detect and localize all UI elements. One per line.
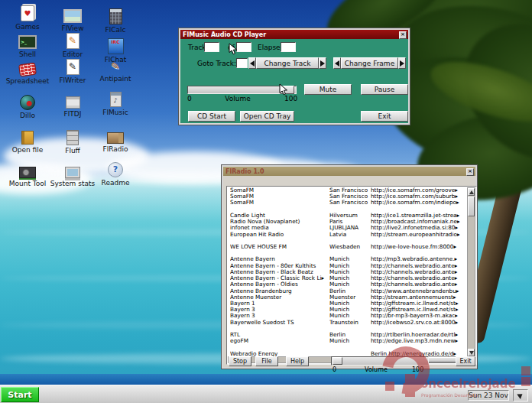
station-row[interactable]: Bayern 3Munichhttp://gffstream.ic.llnwd.… (228, 307, 468, 313)
desktop-icon-games[interactable]: ♥Games (4, 5, 51, 31)
station-row[interactable]: Bayern 1Munichhttp://gffstream.ic.llnwd.… (228, 301, 468, 307)
desktop-icon-antipaint[interactable]: ✏Antipaint (92, 58, 139, 83)
close-icon[interactable]: × (399, 31, 407, 39)
station-row[interactable]: Antenne BayernMunichhttp://mp3.webradio.… (228, 256, 468, 262)
radio-volume-min: 0 (332, 366, 336, 373)
arrow-left-icon (335, 60, 339, 67)
pause-button[interactable]: Pause (361, 84, 408, 95)
vertical-scrollbar[interactable] (467, 187, 475, 357)
desktop-icon-fltdj[interactable]: FlTDJ (49, 91, 96, 118)
station-list-rows: SomaFMSan Franciscohttp://ice.somafm.com… (228, 187, 468, 357)
cd-start-button[interactable]: CD Start (188, 111, 235, 122)
of-field[interactable] (236, 42, 251, 52)
station-row[interactable]: SomaFMSan Franciscohttp://ice.somafm.com… (228, 187, 468, 193)
desktop-icon-flwriter[interactable]: ✎FlWriter (49, 58, 96, 84)
station-name: infonet media (230, 225, 328, 231)
desktop-icon-editor[interactable]: ✎Editor (49, 32, 96, 58)
radio-volume-max: 100 (412, 366, 423, 373)
cd-exit-button[interactable]: Exit (361, 111, 408, 122)
taskbar-clock[interactable]: Sun 23 Nov (468, 390, 509, 401)
station-row[interactable] (228, 238, 468, 244)
stop-button[interactable]: Stop (229, 356, 251, 366)
desktop-icon-flmusic[interactable]: ♪FlMusic (92, 91, 139, 116)
desktop-icon-open-file[interactable]: Open file (4, 126, 51, 154)
station-city: San Francisco (329, 193, 369, 200)
station-url: http://channels.webradio.ante▸ (371, 269, 467, 275)
goto-track-field[interactable] (236, 58, 248, 68)
station-row[interactable] (228, 250, 468, 256)
station-row[interactable]: Antenne Bayern - Classic Rock Li▸Munichh… (228, 275, 468, 281)
desktop-icon-label: Games (4, 23, 51, 31)
station-row[interactable]: Antenne MuensterMuensterhttp://stream.an… (228, 294, 468, 301)
monitor-icon (65, 167, 80, 178)
station-city: Munich (329, 256, 369, 262)
elapsed-field[interactable] (281, 42, 296, 52)
scroll-up-button[interactable] (468, 188, 475, 196)
tray-pointer-icon[interactable] (513, 389, 528, 401)
station-row[interactable]: Antenne Bayern - 80er KulthitsMunichhttp… (228, 263, 468, 269)
desktop-icon-spreadsheet[interactable]: Spreadsheet (4, 58, 51, 85)
scroll-down-button[interactable] (468, 349, 475, 356)
radio-volume-slider-handle[interactable] (332, 357, 342, 365)
station-name: RTL (230, 332, 328, 338)
station-row[interactable]: SomaFMSan Franciscohttp://ice.somafm.com… (228, 200, 468, 206)
station-row[interactable] (228, 344, 468, 350)
mute-button[interactable]: Mute (304, 84, 352, 95)
station-row[interactable]: egoFMMunichhttp://edge.live.mp3.mdn.new▸ (228, 338, 468, 344)
change-frame-button[interactable]: Change Frame (341, 57, 398, 69)
station-row[interactable]: infonet mediaLJUBLJANAhttp://live2.infon… (228, 225, 468, 231)
station-city: Hilversum (329, 213, 369, 219)
radio-window: FlRadio 1.0 × SomaFMSan Franciscohttp://… (221, 164, 478, 369)
start-button[interactable]: Start (1, 387, 39, 402)
desktop-icon-system-stats[interactable]: System stats (49, 161, 96, 187)
station-row[interactable]: Bayerwelle Suedost TSTraunsteinhttp://ic… (228, 320, 468, 326)
vertical-scroll-thumb[interactable] (468, 197, 475, 216)
desktop-icon-dillo[interactable]: Dillo (4, 91, 51, 119)
station-url: http://ice.somafm.com/suburb▸ (371, 193, 467, 200)
station-row[interactable]: RTLBerlinhttp://rtlberlin.hoerradar.de/r… (228, 332, 468, 338)
globe-icon (20, 95, 35, 110)
close-icon[interactable]: × (466, 168, 474, 176)
change-frame-next-button[interactable] (398, 57, 406, 69)
change-track-button[interactable]: Change Track (256, 57, 319, 69)
editor-icon: ✎ (66, 33, 79, 49)
change-track-next-button[interactable] (319, 57, 326, 69)
station-city: Muenster (329, 294, 369, 301)
desktop-icon-mount-tool[interactable]: Mount Tool (4, 161, 51, 187)
floppy-icon (66, 96, 80, 109)
station-row[interactable]: Antenne Bayern - Black BeatzMunichhttp:/… (228, 269, 468, 275)
station-row[interactable] (228, 206, 468, 213)
station-row[interactable]: Antenne BrandenburgBerlinhttp://www.ante… (228, 288, 468, 294)
file-button[interactable]: File (255, 356, 278, 366)
desktop-icon-flcalc[interactable]: FlCalc (92, 5, 139, 34)
radio-icon (107, 132, 124, 144)
station-list[interactable]: SomaFMSan Franciscohttp://ice.somafm.com… (226, 186, 477, 365)
station-row[interactable]: WE LOVE HOUSE FMWiesbadenhttp://we-love-… (228, 244, 468, 250)
help-button[interactable]: Help (286, 356, 309, 366)
change-track-prev-button[interactable] (248, 57, 256, 69)
track-field[interactable] (204, 42, 219, 52)
desktop-icon-label: Readme (92, 179, 139, 187)
change-frame-prev-button[interactable] (333, 57, 341, 69)
station-row[interactable]: European Hit RadioLatviahttp://stream.eu… (228, 232, 468, 238)
station-city: Berlin (329, 332, 369, 338)
radio-volume-slider[interactable] (331, 356, 429, 366)
station-url: http://ice.somafm.com/indiepo▸ (371, 200, 467, 206)
desktop-icon-fluff[interactable]: Fluff (49, 126, 96, 154)
station-row[interactable]: SomaFMSan Franciscohttp://ice.somafm.com… (228, 193, 468, 200)
desktop-icon-readme[interactable]: ?Readme (92, 161, 139, 187)
cd-player-titlebar[interactable]: FlMusic Audio CD Player × (180, 30, 408, 39)
station-row[interactable]: Candle LightHilversumhttp://ice1.streamz… (228, 213, 468, 219)
desktop-icon-flview[interactable]: FlView (49, 5, 96, 32)
station-row[interactable] (228, 326, 468, 332)
station-row[interactable]: Bayern 3Munichhttp://br-mp3-bayern3-m.ak… (228, 313, 468, 319)
radio-exit-button[interactable]: Exit (456, 356, 475, 366)
station-row[interactable]: Antenne Bayern - OldiesMunichhttp://chan… (228, 281, 468, 288)
cd-volume-slider-handle[interactable] (280, 86, 294, 94)
desktop-icon-shell[interactable]: >_Shell (4, 32, 51, 58)
radio-titlebar[interactable]: FlRadio 1.0 × (223, 167, 475, 176)
desktop-icon-label: FlWriter (49, 76, 96, 84)
open-cd-tray-button[interactable]: Open CD Tray (240, 111, 294, 122)
station-row[interactable]: Radio Nova (Novaplanet)Parishttp://broad… (228, 219, 468, 225)
desktop-icon-flradio[interactable]: FlRadio (92, 126, 139, 153)
